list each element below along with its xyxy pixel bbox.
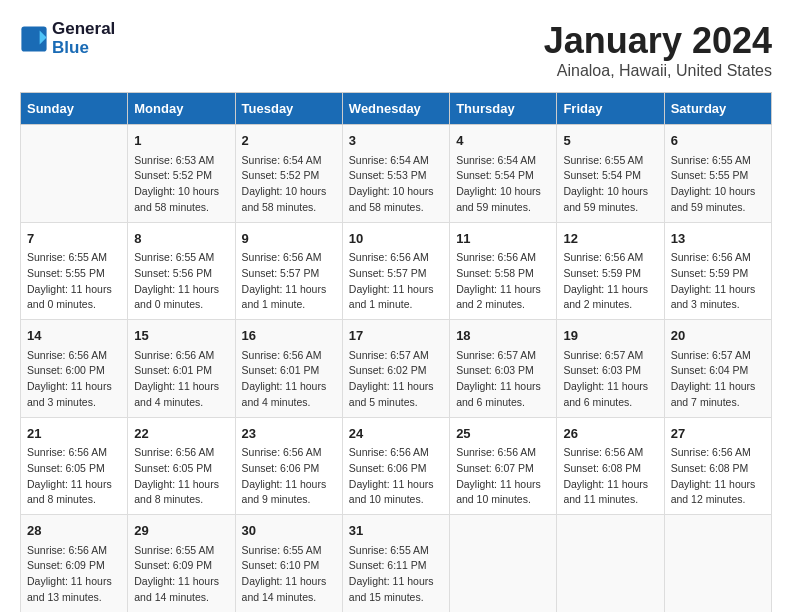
day-number: 14 — [27, 326, 121, 346]
day-number: 25 — [456, 424, 550, 444]
calendar-cell: 5Sunrise: 6:55 AMSunset: 5:54 PMDaylight… — [557, 125, 664, 223]
day-info: Sunrise: 6:56 AMSunset: 6:09 PMDaylight:… — [27, 543, 121, 606]
calendar-cell: 31Sunrise: 6:55 AMSunset: 6:11 PMDayligh… — [342, 515, 449, 613]
day-info: Sunrise: 6:56 AMSunset: 5:57 PMDaylight:… — [242, 250, 336, 313]
day-info: Sunrise: 6:57 AMSunset: 6:02 PMDaylight:… — [349, 348, 443, 411]
day-number: 19 — [563, 326, 657, 346]
day-number: 1 — [134, 131, 228, 151]
calendar-cell: 29Sunrise: 6:55 AMSunset: 6:09 PMDayligh… — [128, 515, 235, 613]
header-cell-tuesday: Tuesday — [235, 93, 342, 125]
day-info: Sunrise: 6:55 AMSunset: 6:09 PMDaylight:… — [134, 543, 228, 606]
calendar-cell — [21, 125, 128, 223]
day-info: Sunrise: 6:56 AMSunset: 5:57 PMDaylight:… — [349, 250, 443, 313]
calendar-body: 1Sunrise: 6:53 AMSunset: 5:52 PMDaylight… — [21, 125, 772, 613]
day-info: Sunrise: 6:56 AMSunset: 6:06 PMDaylight:… — [349, 445, 443, 508]
day-number: 31 — [349, 521, 443, 541]
day-info: Sunrise: 6:56 AMSunset: 5:58 PMDaylight:… — [456, 250, 550, 313]
calendar-cell: 21Sunrise: 6:56 AMSunset: 6:05 PMDayligh… — [21, 417, 128, 515]
calendar-cell — [557, 515, 664, 613]
calendar-cell: 30Sunrise: 6:55 AMSunset: 6:10 PMDayligh… — [235, 515, 342, 613]
calendar-cell: 11Sunrise: 6:56 AMSunset: 5:58 PMDayligh… — [450, 222, 557, 320]
calendar-cell: 7Sunrise: 6:55 AMSunset: 5:55 PMDaylight… — [21, 222, 128, 320]
calendar-cell: 18Sunrise: 6:57 AMSunset: 6:03 PMDayligh… — [450, 320, 557, 418]
day-info: Sunrise: 6:56 AMSunset: 6:01 PMDaylight:… — [134, 348, 228, 411]
day-number: 12 — [563, 229, 657, 249]
header-cell-saturday: Saturday — [664, 93, 771, 125]
day-info: Sunrise: 6:55 AMSunset: 6:10 PMDaylight:… — [242, 543, 336, 606]
day-info: Sunrise: 6:53 AMSunset: 5:52 PMDaylight:… — [134, 153, 228, 216]
calendar-cell: 20Sunrise: 6:57 AMSunset: 6:04 PMDayligh… — [664, 320, 771, 418]
calendar-table: SundayMondayTuesdayWednesdayThursdayFrid… — [20, 92, 772, 612]
day-info: Sunrise: 6:55 AMSunset: 6:11 PMDaylight:… — [349, 543, 443, 606]
logo: General Blue — [20, 20, 115, 57]
day-number: 4 — [456, 131, 550, 151]
day-number: 22 — [134, 424, 228, 444]
day-info: Sunrise: 6:54 AMSunset: 5:54 PMDaylight:… — [456, 153, 550, 216]
week-row-4: 21Sunrise: 6:56 AMSunset: 6:05 PMDayligh… — [21, 417, 772, 515]
calendar-cell: 22Sunrise: 6:56 AMSunset: 6:05 PMDayligh… — [128, 417, 235, 515]
day-info: Sunrise: 6:56 AMSunset: 6:05 PMDaylight:… — [134, 445, 228, 508]
header-cell-thursday: Thursday — [450, 93, 557, 125]
calendar-cell: 8Sunrise: 6:55 AMSunset: 5:56 PMDaylight… — [128, 222, 235, 320]
day-number: 6 — [671, 131, 765, 151]
calendar-cell: 23Sunrise: 6:56 AMSunset: 6:06 PMDayligh… — [235, 417, 342, 515]
day-number: 29 — [134, 521, 228, 541]
logo-text: General Blue — [52, 20, 115, 57]
day-number: 23 — [242, 424, 336, 444]
page-subtitle: Ainaloa, Hawaii, United States — [544, 62, 772, 80]
calendar-cell: 25Sunrise: 6:56 AMSunset: 6:07 PMDayligh… — [450, 417, 557, 515]
day-number: 30 — [242, 521, 336, 541]
calendar-cell: 3Sunrise: 6:54 AMSunset: 5:53 PMDaylight… — [342, 125, 449, 223]
logo-icon — [20, 25, 48, 53]
calendar-cell: 1Sunrise: 6:53 AMSunset: 5:52 PMDaylight… — [128, 125, 235, 223]
calendar-header: SundayMondayTuesdayWednesdayThursdayFrid… — [21, 93, 772, 125]
day-info: Sunrise: 6:55 AMSunset: 5:54 PMDaylight:… — [563, 153, 657, 216]
day-number: 10 — [349, 229, 443, 249]
day-info: Sunrise: 6:56 AMSunset: 5:59 PMDaylight:… — [671, 250, 765, 313]
day-info: Sunrise: 6:54 AMSunset: 5:52 PMDaylight:… — [242, 153, 336, 216]
day-number: 2 — [242, 131, 336, 151]
day-info: Sunrise: 6:57 AMSunset: 6:03 PMDaylight:… — [456, 348, 550, 411]
day-info: Sunrise: 6:57 AMSunset: 6:03 PMDaylight:… — [563, 348, 657, 411]
day-number: 26 — [563, 424, 657, 444]
week-row-1: 1Sunrise: 6:53 AMSunset: 5:52 PMDaylight… — [21, 125, 772, 223]
day-info: Sunrise: 6:56 AMSunset: 6:07 PMDaylight:… — [456, 445, 550, 508]
week-row-2: 7Sunrise: 6:55 AMSunset: 5:55 PMDaylight… — [21, 222, 772, 320]
title-area: January 2024 Ainaloa, Hawaii, United Sta… — [544, 20, 772, 80]
calendar-cell: 14Sunrise: 6:56 AMSunset: 6:00 PMDayligh… — [21, 320, 128, 418]
day-info: Sunrise: 6:56 AMSunset: 6:08 PMDaylight:… — [671, 445, 765, 508]
calendar-cell: 4Sunrise: 6:54 AMSunset: 5:54 PMDaylight… — [450, 125, 557, 223]
day-number: 9 — [242, 229, 336, 249]
calendar-cell: 15Sunrise: 6:56 AMSunset: 6:01 PMDayligh… — [128, 320, 235, 418]
calendar-cell: 6Sunrise: 6:55 AMSunset: 5:55 PMDaylight… — [664, 125, 771, 223]
calendar-cell: 9Sunrise: 6:56 AMSunset: 5:57 PMDaylight… — [235, 222, 342, 320]
header-cell-friday: Friday — [557, 93, 664, 125]
week-row-3: 14Sunrise: 6:56 AMSunset: 6:00 PMDayligh… — [21, 320, 772, 418]
day-number: 3 — [349, 131, 443, 151]
day-number: 7 — [27, 229, 121, 249]
day-info: Sunrise: 6:56 AMSunset: 6:01 PMDaylight:… — [242, 348, 336, 411]
calendar-cell: 12Sunrise: 6:56 AMSunset: 5:59 PMDayligh… — [557, 222, 664, 320]
calendar-cell: 2Sunrise: 6:54 AMSunset: 5:52 PMDaylight… — [235, 125, 342, 223]
calendar-cell: 26Sunrise: 6:56 AMSunset: 6:08 PMDayligh… — [557, 417, 664, 515]
day-info: Sunrise: 6:56 AMSunset: 6:00 PMDaylight:… — [27, 348, 121, 411]
week-row-5: 28Sunrise: 6:56 AMSunset: 6:09 PMDayligh… — [21, 515, 772, 613]
day-info: Sunrise: 6:54 AMSunset: 5:53 PMDaylight:… — [349, 153, 443, 216]
day-number: 8 — [134, 229, 228, 249]
day-info: Sunrise: 6:56 AMSunset: 5:59 PMDaylight:… — [563, 250, 657, 313]
calendar-cell: 10Sunrise: 6:56 AMSunset: 5:57 PMDayligh… — [342, 222, 449, 320]
day-number: 24 — [349, 424, 443, 444]
day-info: Sunrise: 6:55 AMSunset: 5:55 PMDaylight:… — [27, 250, 121, 313]
calendar-cell: 24Sunrise: 6:56 AMSunset: 6:06 PMDayligh… — [342, 417, 449, 515]
calendar-cell: 16Sunrise: 6:56 AMSunset: 6:01 PMDayligh… — [235, 320, 342, 418]
day-info: Sunrise: 6:55 AMSunset: 5:56 PMDaylight:… — [134, 250, 228, 313]
day-number: 27 — [671, 424, 765, 444]
day-number: 11 — [456, 229, 550, 249]
day-number: 16 — [242, 326, 336, 346]
header-row: SundayMondayTuesdayWednesdayThursdayFrid… — [21, 93, 772, 125]
day-info: Sunrise: 6:56 AMSunset: 6:08 PMDaylight:… — [563, 445, 657, 508]
day-info: Sunrise: 6:57 AMSunset: 6:04 PMDaylight:… — [671, 348, 765, 411]
calendar-cell — [450, 515, 557, 613]
day-info: Sunrise: 6:56 AMSunset: 6:05 PMDaylight:… — [27, 445, 121, 508]
day-number: 13 — [671, 229, 765, 249]
